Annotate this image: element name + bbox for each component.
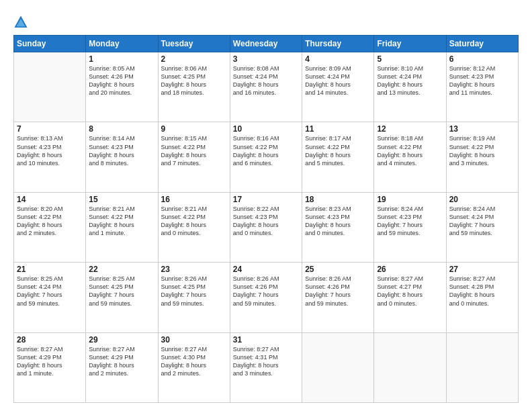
cell-info: Sunrise: 8:27 AMSunset: 4:30 PMDaylight:… xyxy=(161,345,227,378)
day-number: 27 xyxy=(449,265,515,274)
cell-info: Sunrise: 8:27 AMSunset: 4:29 PMDaylight:… xyxy=(89,345,154,378)
cell-info: Sunrise: 8:05 AMSunset: 4:26 PMDaylight:… xyxy=(89,64,154,97)
calendar-cell: 27Sunrise: 8:27 AMSunset: 4:28 PMDayligh… xyxy=(446,263,518,332)
day-number: 19 xyxy=(377,195,443,204)
cell-info: Sunrise: 8:26 AMSunset: 4:25 PMDaylight:… xyxy=(161,275,227,308)
header xyxy=(13,12,519,30)
cell-info: Sunrise: 8:18 AMSunset: 4:22 PMDaylight:… xyxy=(377,134,443,167)
day-number: 11 xyxy=(305,124,371,134)
cell-info: Sunrise: 8:15 AMSunset: 4:22 PMDaylight:… xyxy=(161,134,227,167)
day-number: 30 xyxy=(161,335,227,345)
day-number: 22 xyxy=(89,265,154,274)
calendar-cell: 19Sunrise: 8:24 AMSunset: 4:23 PMDayligh… xyxy=(374,192,446,262)
day-number: 8 xyxy=(89,124,154,134)
calendar-cell: 13Sunrise: 8:19 AMSunset: 4:22 PMDayligh… xyxy=(446,122,518,192)
cell-info: Sunrise: 8:13 AMSunset: 4:23 PMDaylight:… xyxy=(17,134,83,167)
cell-info: Sunrise: 8:27 AMSunset: 4:29 PMDaylight:… xyxy=(17,345,83,378)
day-number: 1 xyxy=(89,54,154,64)
day-number: 20 xyxy=(449,195,515,204)
calendar-cell: 29Sunrise: 8:27 AMSunset: 4:29 PMDayligh… xyxy=(86,332,158,402)
cell-info: Sunrise: 8:14 AMSunset: 4:23 PMDaylight:… xyxy=(89,134,154,167)
cell-info: Sunrise: 8:21 AMSunset: 4:22 PMDaylight:… xyxy=(89,205,154,238)
cell-info: Sunrise: 8:06 AMSunset: 4:25 PMDaylight:… xyxy=(161,64,227,97)
calendar-cell: 14Sunrise: 8:20 AMSunset: 4:22 PMDayligh… xyxy=(14,192,86,262)
day-header-sunday: Sunday xyxy=(14,36,86,52)
calendar-cell: 4Sunrise: 8:09 AMSunset: 4:24 PMDaylight… xyxy=(302,52,374,122)
calendar-cell: 17Sunrise: 8:22 AMSunset: 4:23 PMDayligh… xyxy=(230,192,302,262)
day-number: 23 xyxy=(161,265,227,274)
cell-info: Sunrise: 8:27 AMSunset: 4:27 PMDaylight:… xyxy=(377,275,443,308)
calendar-cell xyxy=(446,332,518,402)
calendar-cell: 6Sunrise: 8:12 AMSunset: 4:23 PMDaylight… xyxy=(446,52,518,122)
day-header-tuesday: Tuesday xyxy=(158,36,230,52)
cell-info: Sunrise: 8:17 AMSunset: 4:22 PMDaylight:… xyxy=(305,134,371,167)
calendar-cell: 20Sunrise: 8:24 AMSunset: 4:24 PMDayligh… xyxy=(446,192,518,262)
day-number: 15 xyxy=(89,195,154,204)
calendar-cell: 21Sunrise: 8:25 AMSunset: 4:24 PMDayligh… xyxy=(14,263,86,332)
calendar-cell: 28Sunrise: 8:27 AMSunset: 4:29 PMDayligh… xyxy=(14,332,86,402)
calendar-cell xyxy=(374,332,446,402)
day-number: 17 xyxy=(233,195,299,204)
day-header-monday: Monday xyxy=(86,36,158,52)
cell-info: Sunrise: 8:21 AMSunset: 4:22 PMDaylight:… xyxy=(161,205,227,238)
day-number: 28 xyxy=(17,335,83,345)
day-number: 16 xyxy=(161,195,227,204)
page: SundayMondayTuesdayWednesdayThursdayFrid… xyxy=(0,0,532,411)
calendar-cell: 24Sunrise: 8:26 AMSunset: 4:26 PMDayligh… xyxy=(230,263,302,332)
calendar-cell: 15Sunrise: 8:21 AMSunset: 4:22 PMDayligh… xyxy=(86,192,158,262)
cell-info: Sunrise: 8:24 AMSunset: 4:23 PMDaylight:… xyxy=(377,205,443,238)
cell-info: Sunrise: 8:27 AMSunset: 4:31 PMDaylight:… xyxy=(233,345,299,378)
calendar-cell: 22Sunrise: 8:25 AMSunset: 4:25 PMDayligh… xyxy=(86,263,158,332)
cell-info: Sunrise: 8:25 AMSunset: 4:24 PMDaylight:… xyxy=(17,275,83,308)
calendar-cell: 8Sunrise: 8:14 AMSunset: 4:23 PMDaylight… xyxy=(86,122,158,192)
day-number: 7 xyxy=(17,124,83,134)
day-header-wednesday: Wednesday xyxy=(230,36,302,52)
cell-info: Sunrise: 8:16 AMSunset: 4:22 PMDaylight:… xyxy=(233,134,299,167)
calendar-table: SundayMondayTuesdayWednesdayThursdayFrid… xyxy=(13,35,519,403)
calendar-cell: 23Sunrise: 8:26 AMSunset: 4:25 PMDayligh… xyxy=(158,263,230,332)
day-number: 24 xyxy=(233,265,299,274)
calendar-cell xyxy=(302,332,374,402)
calendar-cell: 25Sunrise: 8:26 AMSunset: 4:26 PMDayligh… xyxy=(302,263,374,332)
cell-info: Sunrise: 8:24 AMSunset: 4:24 PMDaylight:… xyxy=(449,205,515,238)
day-number: 29 xyxy=(89,335,154,345)
day-number: 26 xyxy=(377,265,443,274)
day-number: 10 xyxy=(233,124,299,134)
calendar-cell: 2Sunrise: 8:06 AMSunset: 4:25 PMDaylight… xyxy=(158,52,230,122)
calendar-cell: 10Sunrise: 8:16 AMSunset: 4:22 PMDayligh… xyxy=(230,122,302,192)
cell-info: Sunrise: 8:20 AMSunset: 4:22 PMDaylight:… xyxy=(17,205,83,238)
day-number: 3 xyxy=(233,54,299,64)
day-number: 12 xyxy=(377,124,443,134)
day-number: 31 xyxy=(233,335,299,345)
day-number: 5 xyxy=(377,54,443,64)
day-number: 4 xyxy=(305,54,371,64)
cell-info: Sunrise: 8:08 AMSunset: 4:24 PMDaylight:… xyxy=(233,64,299,97)
calendar-cell: 12Sunrise: 8:18 AMSunset: 4:22 PMDayligh… xyxy=(374,122,446,192)
day-number: 21 xyxy=(17,265,83,274)
day-number: 6 xyxy=(449,54,515,64)
calendar-cell: 5Sunrise: 8:10 AMSunset: 4:24 PMDaylight… xyxy=(374,52,446,122)
cell-info: Sunrise: 8:25 AMSunset: 4:25 PMDaylight:… xyxy=(89,275,154,308)
cell-info: Sunrise: 8:22 AMSunset: 4:23 PMDaylight:… xyxy=(233,205,299,238)
calendar-cell: 18Sunrise: 8:23 AMSunset: 4:23 PMDayligh… xyxy=(302,192,374,262)
cell-info: Sunrise: 8:09 AMSunset: 4:24 PMDaylight:… xyxy=(305,64,371,97)
calendar-cell: 9Sunrise: 8:15 AMSunset: 4:22 PMDaylight… xyxy=(158,122,230,192)
day-header-thursday: Thursday xyxy=(302,36,374,52)
calendar-cell: 1Sunrise: 8:05 AMSunset: 4:26 PMDaylight… xyxy=(86,52,158,122)
day-number: 18 xyxy=(305,195,371,204)
calendar-cell: 16Sunrise: 8:21 AMSunset: 4:22 PMDayligh… xyxy=(158,192,230,262)
cell-info: Sunrise: 8:10 AMSunset: 4:24 PMDaylight:… xyxy=(377,64,443,97)
cell-info: Sunrise: 8:27 AMSunset: 4:28 PMDaylight:… xyxy=(449,275,515,308)
cell-info: Sunrise: 8:26 AMSunset: 4:26 PMDaylight:… xyxy=(305,275,371,308)
day-header-saturday: Saturday xyxy=(446,36,518,52)
cell-info: Sunrise: 8:26 AMSunset: 4:26 PMDaylight:… xyxy=(233,275,299,308)
logo xyxy=(13,15,31,30)
day-number: 14 xyxy=(17,195,83,204)
day-number: 13 xyxy=(449,124,515,134)
cell-info: Sunrise: 8:19 AMSunset: 4:22 PMDaylight:… xyxy=(449,134,515,167)
logo-icon xyxy=(13,15,28,30)
calendar-cell: 31Sunrise: 8:27 AMSunset: 4:31 PMDayligh… xyxy=(230,332,302,402)
day-header-friday: Friday xyxy=(374,36,446,52)
calendar-cell: 26Sunrise: 8:27 AMSunset: 4:27 PMDayligh… xyxy=(374,263,446,332)
calendar-cell xyxy=(14,52,86,122)
